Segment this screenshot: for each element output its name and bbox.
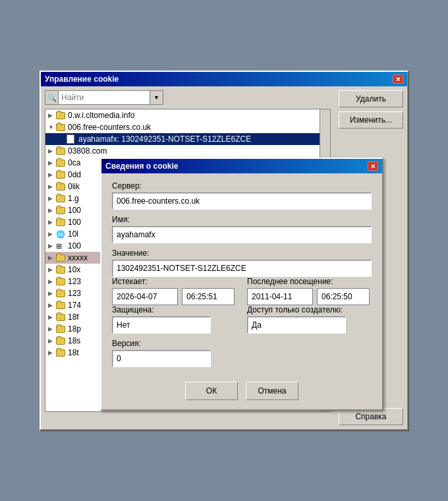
expires-date-time xyxy=(112,288,237,305)
folder-icon xyxy=(56,289,67,298)
search-dropdown-button[interactable]: ▼ xyxy=(150,90,163,105)
folder-icon xyxy=(56,158,67,167)
expand-arrow: ▶ xyxy=(48,326,56,332)
last-visit-time-field[interactable] xyxy=(317,288,370,305)
search-icon: 🔍 xyxy=(45,90,58,105)
search-input[interactable] xyxy=(58,90,150,105)
tree-item-label: 18t xyxy=(68,348,79,357)
tree-item-label: 0dd xyxy=(68,170,81,179)
expires-group: Истекает: xyxy=(112,277,237,305)
value-field[interactable] xyxy=(112,260,372,277)
dialog-close-button[interactable]: ✕ xyxy=(368,162,378,171)
creator-only-field[interactable] xyxy=(247,316,346,334)
folder-icon xyxy=(56,277,67,286)
main-close-button[interactable]: ✕ xyxy=(393,74,403,84)
tree-item-label: ayahamafx: 1302492351-NOTSET-S12ZLE6ZCE xyxy=(78,134,251,144)
expand-arrow: ▶ xyxy=(48,219,56,225)
dialog-title-bar: Сведения о cookie ✕ xyxy=(101,159,382,173)
expand-arrow: ▶ xyxy=(48,290,56,297)
dialog-footer: ОК Отмена xyxy=(101,375,382,409)
name-field[interactable] xyxy=(112,226,372,243)
folder-grid-icon: ⊞ xyxy=(56,241,67,250)
expand-arrow: ▶ xyxy=(48,243,56,249)
tree-item[interactable]: ▼ 006.free-counters.co.uk xyxy=(45,121,330,133)
tree-item[interactable]: ▶ 03808.com xyxy=(45,145,330,157)
version-label: Версия: xyxy=(112,339,372,348)
tree-item-label: 10l xyxy=(68,229,78,239)
tree-item-label: 0lik xyxy=(68,182,80,191)
expand-arrow: ▶ xyxy=(48,112,56,119)
folder-icon xyxy=(56,170,67,179)
tree-item-selected[interactable]: ayahamafx: 1302492351-NOTSET-S12ZLE6ZCE xyxy=(45,133,330,145)
last-visit-date-time xyxy=(247,288,372,305)
dialog-body: Сервер: Имя: Значение: Истекает: Последн… xyxy=(101,173,382,375)
main-window: Управление cookie ✕ 🔍 ▼ ▶ 0.w.i.cltomedi… xyxy=(40,71,408,430)
version-field[interactable] xyxy=(112,350,211,367)
tree-item-label: 18f xyxy=(68,312,79,322)
name-label: Имя: xyxy=(112,215,372,224)
folder-icon xyxy=(56,265,67,274)
expand-arrow: ▶ xyxy=(48,266,56,273)
expires-time-field[interactable] xyxy=(182,288,235,305)
expand-arrow: ▼ xyxy=(48,124,56,131)
expand-arrow: ▶ xyxy=(48,254,56,261)
expand-arrow: ▶ xyxy=(48,302,56,309)
tree-item-label: 100 xyxy=(68,241,81,250)
folder-icon xyxy=(56,301,67,310)
folder-icon xyxy=(56,206,67,215)
dates-row: Истекает: Последнее посещение: xyxy=(112,277,372,305)
dialog-title-text: Сведения о cookie xyxy=(105,162,179,171)
expand-arrow: ▶ xyxy=(48,349,56,356)
last-visit-group: Последнее посещение: xyxy=(247,277,372,305)
protected-group: Защищена: xyxy=(112,305,237,334)
delete-button[interactable]: Удалить xyxy=(339,90,403,107)
tree-item-label: 123 xyxy=(68,289,81,298)
folder-icon xyxy=(56,312,67,322)
tree-item-label: 100 xyxy=(68,206,81,215)
tree-item-label: 0ca xyxy=(68,158,80,167)
creator-only-label: Доступ только создателю: xyxy=(247,305,372,314)
tree-item-label: 0.w.i.cltomedia.info xyxy=(68,111,134,120)
tree-item-label: 006.free-counters.co.uk xyxy=(68,123,151,132)
expand-arrow: ▶ xyxy=(48,207,56,214)
protected-field[interactable] xyxy=(112,316,211,334)
main-title-bar: Управление cookie ✕ xyxy=(41,72,407,86)
server-label: Сервер: xyxy=(112,181,372,191)
expand-arrow: ▶ xyxy=(48,338,56,344)
folder-icon xyxy=(56,218,67,227)
folder-icon xyxy=(56,324,67,334)
folder-icon xyxy=(56,348,67,357)
tree-item-label: xxxxx xyxy=(68,253,88,262)
expand-arrow: ▶ xyxy=(48,171,56,178)
expand-arrow: ▶ xyxy=(48,183,56,190)
main-window-title: Управление cookie xyxy=(45,74,119,84)
file-icon xyxy=(67,134,77,144)
tree-item-label: 10x xyxy=(68,265,80,274)
last-visit-date-field[interactable] xyxy=(247,288,313,305)
last-visit-label: Последнее посещение: xyxy=(247,277,372,286)
server-field[interactable] xyxy=(112,192,372,210)
tree-item-label: 18p xyxy=(68,324,81,334)
folder-icon xyxy=(56,111,67,120)
expand-arrow: ▶ xyxy=(48,231,56,237)
folder-icon xyxy=(56,194,67,203)
tree-item-label: 03808.com xyxy=(68,146,107,156)
expand-arrow: ▶ xyxy=(48,195,56,202)
expand-arrow: ▶ xyxy=(48,278,56,285)
expires-label: Истекает: xyxy=(112,277,237,286)
folder-special-icon: 🌐 xyxy=(56,229,67,239)
expand-arrow: ▶ xyxy=(48,148,56,154)
tree-item[interactable]: ▶ 0.w.i.cltomedia.info xyxy=(45,109,330,121)
protected-label: Защищена: xyxy=(112,305,237,314)
search-bar: 🔍 ▼ xyxy=(45,90,331,105)
expand-arrow: ▶ xyxy=(48,160,56,166)
ok-button[interactable]: ОК xyxy=(185,382,238,400)
folder-icon xyxy=(56,253,67,262)
cookie-detail-dialog: Сведения о cookie ✕ Сервер: Имя: Значени… xyxy=(100,158,383,411)
expires-date-field[interactable] xyxy=(112,288,178,305)
edit-button[interactable]: Изменить... xyxy=(339,111,403,129)
cancel-button[interactable]: Отмена xyxy=(246,382,298,400)
folder-icon xyxy=(56,123,67,132)
folder-icon xyxy=(56,336,67,345)
tree-item-label: 18s xyxy=(68,336,80,345)
